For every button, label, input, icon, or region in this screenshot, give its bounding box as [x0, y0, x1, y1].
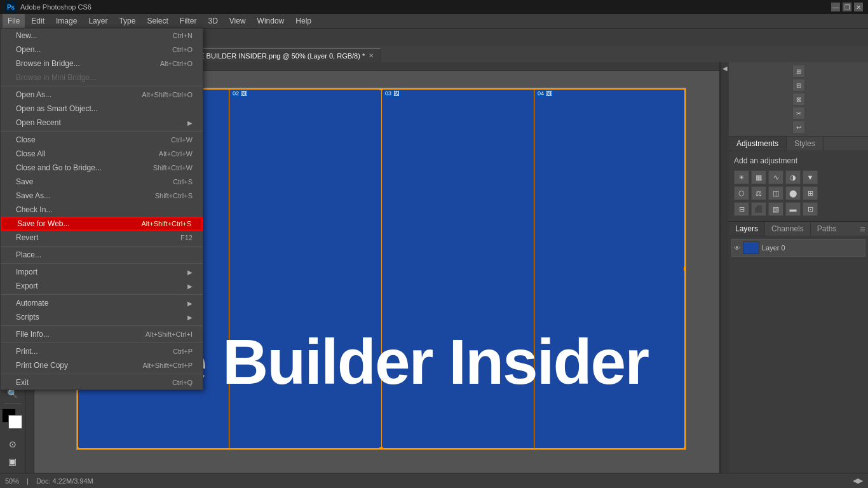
menu-print-one-copy[interactable]: Print One CopyAlt+Shift+Ctrl+P [1, 358, 203, 372]
adj-vibrance-icon[interactable]: ▼ [803, 170, 818, 184]
right-panels: ◀ ⊞ ⊟ ⊠ ✂ ↩ Adjustments Styles Ad [719, 62, 868, 473]
layers-tab-paths[interactable]: Paths [811, 222, 843, 236]
menu-open-as[interactable]: Open As...Alt+Shift+Ctrl+O [1, 88, 203, 102]
title-bar-left: Ps Adobe Photoshop CS6 [5, 1, 92, 13]
adj-tab-adjustments[interactable]: Adjustments [729, 137, 787, 151]
quick-mask-button[interactable]: ⊙ [3, 436, 23, 452]
menu-file-info[interactable]: File Info...Alt+Shift+Ctrl+I [1, 327, 203, 341]
panel-icon-4[interactable]: ✂ [792, 107, 805, 119]
adj-photo-filter-icon[interactable]: ⬤ [785, 186, 801, 200]
menu-image[interactable]: Image [51, 14, 82, 28]
menu-save-for-web[interactable]: Save for Web...Alt+Shift+Ctrl+S [1, 217, 203, 231]
adj-icons-row-2: ⬡ ⚖ ◫ ⬤ ⊞ [734, 186, 863, 200]
menu-help[interactable]: Help [290, 14, 316, 28]
adj-bw-icon[interactable]: ◫ [768, 186, 783, 200]
close-button[interactable]: ✕ [854, 3, 863, 11]
menu-save-as[interactable]: Save As...Shift+Ctrl+S [1, 189, 203, 203]
menu-place[interactable]: Place... [1, 248, 203, 262]
menu-export[interactable]: Export▶ [1, 279, 203, 293]
menu-file[interactable]: File [3, 14, 25, 28]
layers-panel-options: ☰ [843, 222, 868, 236]
menu-type[interactable]: Type [114, 14, 140, 28]
menu-filter[interactable]: Filter [175, 14, 202, 28]
layers-tab-layers[interactable]: Layers [729, 222, 765, 236]
doc-info: Doc: 4.22M/3.94M [36, 477, 93, 485]
menu-close[interactable]: CloseCtrl+W [1, 133, 203, 147]
panel-icon-2[interactable]: ⊟ [792, 79, 805, 92]
collapse-icon: ◀ [722, 65, 728, 72]
maximize-button[interactable]: ❐ [843, 3, 851, 11]
layer-thumbnail [743, 241, 759, 254]
menu-3d[interactable]: 3D [203, 14, 222, 28]
slice-label-02: 02 🖼 [231, 90, 248, 97]
menu-save[interactable]: SaveCtrl+S [1, 175, 203, 189]
layers-panel-menu-icon[interactable]: ☰ [860, 226, 865, 233]
adj-curves-icon[interactable]: ∿ [768, 170, 783, 184]
panel-icon-strip: ⊞ ⊟ ⊠ ✂ ↩ [729, 62, 868, 137]
bg-color-swatch[interactable] [8, 415, 22, 429]
screen-mode-button[interactable]: ▣ [3, 453, 23, 470]
menu-view[interactable]: View [224, 14, 251, 28]
adj-icons-row-1: ☀ ▦ ∿ ◑ ▼ [734, 170, 863, 184]
menu-import[interactable]: Import▶ [1, 265, 203, 279]
adj-tabs-bar: Adjustments Styles [729, 137, 868, 151]
panel-icon-1[interactable]: ⊞ [792, 65, 805, 78]
menu-open-recent[interactable]: Open Recent▶ [1, 116, 203, 130]
menu-edit[interactable]: Edit [26, 14, 50, 28]
panel-collapse-strip[interactable]: ◀ [720, 62, 729, 473]
minimize-button[interactable]: — [831, 3, 840, 11]
adj-brightness-icon[interactable]: ☀ [734, 170, 749, 184]
menu-close-all[interactable]: Close AllAlt+Ctrl+W [1, 147, 203, 161]
menu-open[interactable]: Open...Ctrl+O [1, 43, 203, 57]
adj-gradient-map-icon[interactable]: ▬ [785, 202, 801, 216]
adj-threshold-icon[interactable]: ▧ [768, 202, 783, 216]
menu-browse-bridge[interactable]: Browse in Bridge...Alt+Ctrl+O [1, 57, 203, 71]
menu-window[interactable]: Window [252, 14, 290, 28]
menu-exit[interactable]: ExitCtrl+Q [1, 376, 203, 390]
adj-invert-icon[interactable]: ⊟ [734, 202, 749, 216]
menu-close-bridge[interactable]: Close and Go to Bridge...Shift+Ctrl+W [1, 161, 203, 175]
menu-revert[interactable]: RevertF12 [1, 231, 203, 245]
handle-bm [379, 447, 383, 450]
adj-exposure-icon[interactable]: ◑ [785, 170, 801, 184]
slice-label-03: 03 🖼 [383, 90, 401, 97]
adj-channel-mix-icon[interactable]: ⊞ [803, 186, 818, 200]
adj-levels-icon[interactable]: ▦ [751, 170, 766, 184]
menu-select[interactable]: Select [142, 14, 173, 28]
adj-colorbal-icon[interactable]: ⚖ [751, 186, 766, 200]
separator-3 [1, 246, 203, 247]
separator-2 [1, 131, 203, 132]
layers-body: 👁 Layer 0 [729, 236, 868, 473]
adj-title: Add an adjustment [734, 156, 863, 165]
menu-new[interactable]: New...Ctrl+N [1, 29, 203, 43]
adj-tab-styles[interactable]: Styles [787, 137, 824, 151]
adj-selective-color-icon[interactable]: ⊡ [803, 202, 818, 216]
tool-sep-4 [4, 403, 22, 404]
menu-bar: File Edit Image Layer Type Select Filter… [0, 14, 868, 28]
menu-open-smart-object[interactable]: Open as Smart Object... [1, 102, 203, 116]
title-bar-title: Adobe Photoshop CS6 [20, 3, 92, 11]
layers-panel: Layers Channels Paths ☰ 👁 Layer 0 [729, 222, 868, 473]
panel-icon-3[interactable]: ⊠ [792, 93, 805, 105]
panel-icon-5[interactable]: ↩ [792, 121, 805, 133]
adj-huesat-icon[interactable]: ⬡ [734, 186, 749, 200]
handle-tm [379, 88, 383, 90]
menu-print[interactable]: Print...Ctrl+P [1, 344, 203, 358]
separator-8 [1, 374, 203, 374]
file-dropdown: New...Ctrl+N Open...Ctrl+O Browse in Bri… [0, 28, 203, 390]
adj-poster-icon[interactable]: ⬛ [751, 202, 766, 216]
tab-2-close[interactable]: ✕ [369, 52, 374, 59]
menu-automate[interactable]: Automate▶ [1, 296, 203, 310]
status-separator: | [27, 477, 29, 485]
menu-check-in[interactable]: Check In... [1, 203, 203, 217]
status-arrow-left[interactable]: ◀ [853, 477, 858, 485]
menu-layer[interactable]: Layer [83, 14, 112, 28]
adjustments-panel: Adjustments Styles Add an adjustment ☀ ▦… [729, 137, 868, 222]
layer-visibility-icon[interactable]: 👁 [734, 245, 740, 252]
status-arrow-right[interactable]: ▶ [858, 477, 863, 485]
layer-item-0[interactable]: 👁 Layer 0 [731, 239, 865, 257]
menu-scripts[interactable]: Scripts▶ [1, 310, 203, 324]
layers-tabs-bar: Layers Channels Paths ☰ [729, 222, 868, 236]
layer-name: Layer 0 [762, 244, 785, 252]
layers-tab-channels[interactable]: Channels [765, 222, 811, 236]
